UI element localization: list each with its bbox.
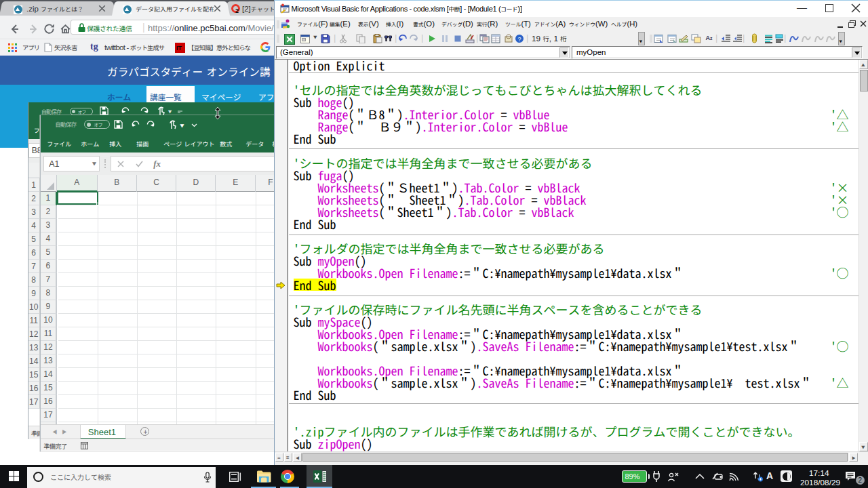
svg-text:?: ? <box>518 35 521 42</box>
